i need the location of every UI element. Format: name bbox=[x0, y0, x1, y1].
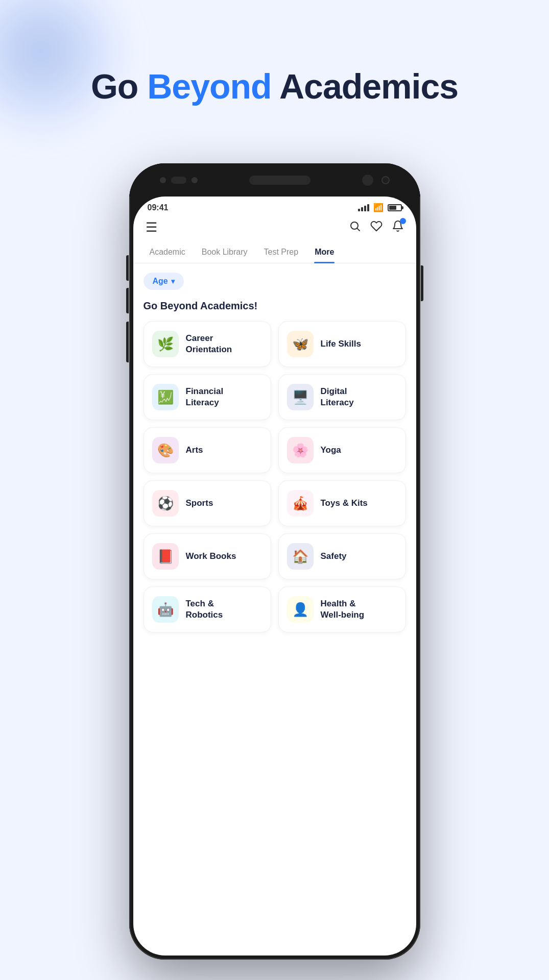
yoga-label: Yoga bbox=[321, 445, 341, 456]
health-wellbeing-icon: 👤 bbox=[287, 596, 314, 623]
work-books-icon: 📕 bbox=[152, 543, 179, 570]
tab-bar: Academic Book Library Test Prep More bbox=[133, 241, 416, 263]
category-card-sports[interactable]: ⚽ Sports bbox=[144, 480, 271, 526]
financial-literacy-icon: 💹 bbox=[152, 384, 179, 410]
status-bar: 09:41 📶 bbox=[133, 197, 416, 215]
tab-more[interactable]: More bbox=[306, 241, 342, 263]
signal-icon bbox=[358, 204, 369, 211]
category-card-health-wellbeing[interactable]: 👤 Health &Well-being bbox=[278, 586, 406, 632]
battery-icon bbox=[388, 204, 402, 211]
life-skills-icon: 🦋 bbox=[287, 331, 314, 357]
search-button[interactable] bbox=[349, 220, 361, 235]
speaker-grille bbox=[249, 176, 311, 185]
tab-test-prep[interactable]: Test Prep bbox=[256, 241, 307, 263]
category-card-work-books[interactable]: 📕 Work Books bbox=[144, 533, 271, 579]
signal-bar-4 bbox=[367, 204, 369, 211]
filter-row: Age ▾ bbox=[144, 273, 406, 290]
notch-dot-2 bbox=[192, 177, 198, 183]
top-nav: ☰ bbox=[133, 215, 416, 241]
wifi-icon: 📶 bbox=[373, 203, 384, 212]
digital-literacy-icon: 🖥️ bbox=[287, 384, 314, 410]
safety-label: Safety bbox=[321, 551, 347, 562]
status-icons: 📶 bbox=[358, 203, 402, 212]
signal-bar-3 bbox=[364, 206, 366, 211]
svg-line-1 bbox=[357, 228, 359, 230]
status-time: 09:41 bbox=[148, 203, 169, 212]
yoga-icon: 🌸 bbox=[287, 437, 314, 463]
signal-bar-1 bbox=[358, 209, 360, 211]
age-filter-button[interactable]: Age ▾ bbox=[144, 273, 184, 290]
category-card-tech-robotics[interactable]: 🤖 Tech &Robotics bbox=[144, 586, 271, 632]
sensor-dot bbox=[381, 176, 390, 184]
volume-up-button bbox=[126, 255, 129, 281]
category-card-life-skills[interactable]: 🦋 Life Skills bbox=[278, 321, 406, 367]
sports-icon: ⚽ bbox=[152, 490, 179, 517]
notch-dot-1 bbox=[160, 177, 166, 183]
favorites-button[interactable] bbox=[370, 220, 383, 235]
category-card-financial-literacy[interactable]: 💹 FinancialLiteracy bbox=[144, 374, 271, 420]
sports-label: Sports bbox=[186, 498, 213, 509]
hamburger-menu[interactable]: ☰ bbox=[146, 219, 157, 235]
life-skills-label: Life Skills bbox=[321, 338, 361, 350]
arts-label: Arts bbox=[186, 445, 203, 456]
tab-book-library[interactable]: Book Library bbox=[194, 241, 256, 263]
category-card-toys-kits[interactable]: 🎪 Toys & Kits bbox=[278, 480, 406, 526]
digital-literacy-label: DigitalLiteracy bbox=[321, 386, 354, 408]
tech-robotics-label: Tech &Robotics bbox=[186, 598, 223, 621]
section-title: Go Beyond Academics! bbox=[144, 300, 406, 312]
career-orientation-label: CareerOrientation bbox=[186, 333, 232, 355]
notch-sensor bbox=[171, 177, 186, 184]
category-card-safety[interactable]: 🏠 Safety bbox=[278, 533, 406, 579]
power-button bbox=[421, 265, 423, 301]
signal-bar-2 bbox=[361, 207, 363, 211]
category-card-yoga[interactable]: 🌸 Yoga bbox=[278, 427, 406, 473]
category-card-digital-literacy[interactable]: 🖥️ DigitalLiteracy bbox=[278, 374, 406, 420]
notch-left-area bbox=[160, 177, 198, 184]
category-card-arts[interactable]: 🎨 Arts bbox=[144, 427, 271, 473]
phone-mockup: 09:41 📶 ☰ bbox=[129, 163, 420, 960]
phone-notch bbox=[129, 163, 420, 197]
nav-icon-group bbox=[349, 220, 404, 235]
notch-right-area bbox=[362, 175, 390, 186]
tech-robotics-icon: 🤖 bbox=[152, 596, 179, 623]
toys-kits-label: Toys & Kits bbox=[321, 498, 368, 509]
battery-fill bbox=[389, 206, 396, 210]
financial-literacy-label: FinancialLiteracy bbox=[186, 386, 224, 408]
notifications-button[interactable] bbox=[392, 220, 404, 235]
career-orientation-icon: 🌿 bbox=[152, 331, 179, 357]
health-wellbeing-label: Health &Well-being bbox=[321, 598, 365, 621]
tab-academic[interactable]: Academic bbox=[141, 241, 194, 263]
work-books-label: Work Books bbox=[186, 551, 236, 562]
phone-frame: 09:41 📶 ☰ bbox=[129, 163, 420, 960]
silent-button bbox=[126, 322, 129, 362]
toys-kits-icon: 🎪 bbox=[287, 490, 314, 517]
category-grid: 🌿 CareerOrientation 🦋 Life Skills 💹 Fina… bbox=[144, 321, 406, 632]
notification-badge bbox=[400, 218, 406, 224]
volume-down-button bbox=[126, 288, 129, 313]
phone-screen: 09:41 📶 ☰ bbox=[133, 197, 416, 955]
arts-icon: 🎨 bbox=[152, 437, 179, 463]
screen-content: Age ▾ Go Beyond Academics! 🌿 CareerOrien… bbox=[133, 263, 416, 941]
safety-icon: 🏠 bbox=[287, 543, 314, 570]
category-card-career-orientation[interactable]: 🌿 CareerOrientation bbox=[144, 321, 271, 367]
svg-point-0 bbox=[351, 222, 358, 229]
front-camera bbox=[362, 175, 373, 186]
hero-title: Go Beyond Academics bbox=[0, 66, 549, 106]
